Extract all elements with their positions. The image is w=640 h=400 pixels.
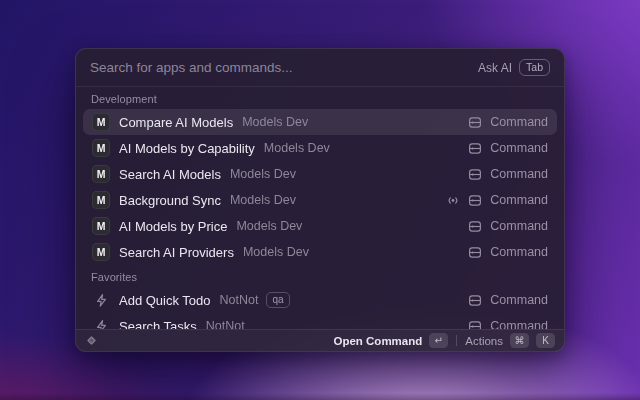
item-type-label: Command: [490, 193, 548, 207]
item-title: Search AI Providers: [119, 245, 234, 260]
item-title: Search AI Models: [119, 167, 221, 182]
section-header: Development: [83, 87, 557, 109]
command-type-icon: [468, 246, 482, 259]
list-item[interactable]: M Compare AI Models Models Dev Command: [83, 109, 557, 135]
row-accessories: Command: [468, 167, 548, 181]
item-subtitle: Models Dev: [230, 193, 296, 207]
row-accessories: Command: [468, 245, 548, 259]
ask-ai-button[interactable]: Ask AI Tab: [478, 59, 550, 77]
item-title: Compare AI Models: [119, 115, 233, 130]
item-type-label: Command: [490, 115, 548, 129]
item-subtitle: Models Dev: [230, 167, 296, 181]
item-subtitle: NotNot: [206, 319, 245, 329]
footer-divider: [456, 335, 457, 346]
row-accessories: Command: [468, 319, 548, 329]
list-item[interactable]: M Search AI Models Models Dev Command: [83, 161, 557, 187]
command-type-icon: [468, 116, 482, 129]
broadcast-icon: [446, 194, 460, 207]
list-item[interactable]: M Background Sync Models Dev Command: [83, 187, 557, 213]
zap-icon: [94, 319, 109, 330]
command-type-icon: [468, 142, 482, 155]
return-key-badge: ↵: [429, 333, 448, 348]
footer-bar: Open Command ↵ Actions ⌘ K: [76, 329, 564, 351]
row-accessories: Command: [446, 193, 548, 207]
item-title: AI Models by Price: [119, 219, 227, 234]
row-accessories: Command: [468, 115, 548, 129]
notnot-app-icon: [92, 291, 110, 309]
models-dev-app-icon: M: [92, 165, 110, 183]
command-type-icon: [468, 220, 482, 233]
command-type-icon: [468, 294, 482, 307]
launcher-window: Ask AI Tab Development M Compare AI Mode…: [75, 48, 565, 352]
item-type-label: Command: [490, 167, 548, 181]
list-item[interactable]: Search Tasks NotNot Command: [83, 313, 557, 329]
raycast-logo-icon: [85, 334, 98, 347]
item-subtitle: Models Dev: [242, 115, 308, 129]
item-type-label: Command: [490, 141, 548, 155]
item-subtitle: Models Dev: [236, 219, 302, 233]
search-bar: Ask AI Tab: [76, 49, 564, 87]
k-key-badge: K: [536, 333, 555, 348]
row-accessories: Command: [468, 293, 548, 307]
tab-key-badge: Tab: [519, 59, 550, 77]
item-subtitle: Models Dev: [264, 141, 330, 155]
notnot-app-icon: [92, 317, 110, 329]
item-type-label: Command: [490, 319, 548, 329]
command-type-icon: [468, 320, 482, 330]
models-dev-app-icon: M: [92, 217, 110, 235]
models-dev-app-icon: M: [92, 139, 110, 157]
list-item[interactable]: M AI Models by Price Models Dev Command: [83, 213, 557, 239]
item-title: Background Sync: [119, 193, 221, 208]
item-type-label: Command: [490, 293, 548, 307]
open-command-label: Open Command: [333, 335, 422, 347]
item-type-label: Command: [490, 219, 548, 233]
list-item[interactable]: Add Quick Todo NotNot qa Command: [83, 287, 557, 313]
command-type-icon: [468, 194, 482, 207]
actions-label: Actions: [465, 335, 503, 347]
actions-button[interactable]: Actions ⌘ K: [465, 333, 555, 348]
open-command-button[interactable]: Open Command ↵: [333, 333, 448, 348]
command-type-icon: [468, 168, 482, 181]
row-accessories: Command: [468, 219, 548, 233]
list-item[interactable]: M AI Models by Capability Models Dev Com…: [83, 135, 557, 161]
ask-ai-label: Ask AI: [478, 61, 512, 75]
row-accessories: Command: [468, 141, 548, 155]
results-list: Development M Compare AI Models Models D…: [76, 87, 564, 329]
zap-icon: [94, 293, 109, 308]
models-dev-app-icon: M: [92, 243, 110, 261]
models-dev-app-icon: M: [92, 191, 110, 209]
item-title: Add Quick Todo: [119, 293, 211, 308]
search-input[interactable]: [90, 60, 468, 75]
item-subtitle: NotNot: [220, 293, 259, 307]
section-header: Favorites: [83, 265, 557, 287]
command-key-badge: ⌘: [510, 333, 529, 348]
models-dev-app-icon: M: [92, 113, 110, 131]
item-type-label: Command: [490, 245, 548, 259]
item-title: AI Models by Capability: [119, 141, 255, 156]
item-subtitle: Models Dev: [243, 245, 309, 259]
list-item[interactable]: M Search AI Providers Models Dev Command: [83, 239, 557, 265]
item-title: Search Tasks: [119, 319, 197, 330]
item-alias-badge: qa: [266, 292, 289, 308]
